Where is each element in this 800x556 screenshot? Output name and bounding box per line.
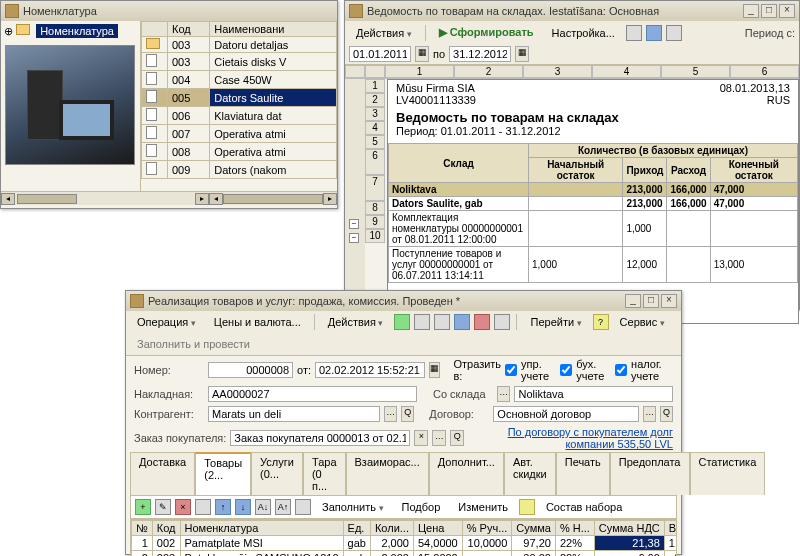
movedown-icon[interactable]: ↓ [235, 499, 251, 515]
edit-icon[interactable]: ✎ [155, 499, 171, 515]
help-icon[interactable]: ? [593, 314, 609, 330]
tool-icon[interactable] [626, 25, 642, 41]
col-n[interactable]: № [132, 521, 153, 536]
operation-menu[interactable]: Операция [130, 313, 203, 331]
table-row[interactable]: 2003Putekļusucēis SAMSUNG 1210aab2,00015… [132, 551, 678, 557]
open-icon[interactable]: Q [450, 430, 464, 446]
tab[interactable]: Тара (0 п... [303, 452, 346, 495]
table-row[interactable]: 006Klaviatura dat [142, 107, 337, 125]
tab[interactable]: Взаиморас... [346, 452, 429, 495]
table-row[interactable]: 003Datoru detaljas [142, 37, 337, 53]
open-icon[interactable]: Q [660, 406, 673, 422]
scroll-thumb2[interactable] [223, 194, 323, 204]
goto-menu[interactable]: Перейти [523, 313, 588, 331]
add-icon[interactable]: + [135, 499, 151, 515]
invoice-input[interactable] [208, 386, 417, 402]
collapse-button[interactable]: − [349, 219, 359, 229]
tool-icon[interactable] [474, 314, 490, 330]
tool-icon[interactable] [646, 25, 662, 41]
minimize-button[interactable]: _ [743, 4, 759, 18]
tool-icon[interactable] [195, 499, 211, 515]
close-button[interactable]: × [779, 4, 795, 18]
tool-icon[interactable] [434, 314, 450, 330]
items-grid[interactable]: № Код Номенклатура Ед. Коли... Цена % Ру… [131, 520, 677, 556]
col-unit[interactable]: Ед. [343, 521, 370, 536]
delete-icon[interactable]: × [175, 499, 191, 515]
contract-input[interactable] [493, 406, 639, 422]
col-qty[interactable]: Коли... [370, 521, 413, 536]
table-row[interactable]: 008Operativa atmi [142, 143, 337, 161]
moveup-icon[interactable]: ↑ [215, 499, 231, 515]
expand-icon[interactable]: ⊕ [4, 25, 13, 37]
number-input[interactable] [208, 362, 293, 378]
col-total[interactable]: Всег [664, 521, 677, 536]
scroll-left-icon[interactable]: ◂ [1, 193, 15, 205]
tab[interactable]: Печать [556, 452, 610, 495]
kit-icon[interactable] [519, 499, 535, 515]
prices-button[interactable]: Цены и валюта... [207, 313, 308, 331]
tool-icon[interactable] [414, 314, 430, 330]
change-button[interactable]: Изменить [451, 498, 515, 516]
col-code[interactable]: Код [168, 22, 210, 37]
contragent-input[interactable] [208, 406, 380, 422]
report-row[interactable]: Noliktava213,000166,00047,000 [389, 183, 798, 197]
select-icon[interactable]: … [643, 406, 656, 422]
select-icon[interactable]: … [497, 386, 511, 402]
settings-button[interactable]: Настройка... [545, 24, 622, 42]
service-menu[interactable]: Сервис [613, 313, 672, 331]
col-name[interactable]: Наименовани [210, 22, 337, 37]
form-button[interactable]: ▶ Сформировать [432, 23, 541, 42]
minimize-button[interactable]: _ [625, 294, 641, 308]
maximize-button[interactable]: □ [761, 4, 777, 18]
actions-menu[interactable]: Действия [321, 313, 391, 331]
scrollbar[interactable]: ◂ ▸ ◂ ▸ [1, 191, 337, 205]
tool-icon[interactable] [494, 314, 510, 330]
sort-desc-icon[interactable]: A↑ [275, 499, 291, 515]
date-to-input[interactable] [449, 46, 511, 62]
mgmt-checkbox[interactable] [505, 364, 517, 376]
tool-icon[interactable] [295, 499, 311, 515]
maximize-button[interactable]: □ [643, 294, 659, 308]
fill-post-button[interactable]: Заполнить и провести [130, 335, 257, 353]
col-price[interactable]: Цена [413, 521, 462, 536]
col-vat[interactable]: % Н... [555, 521, 594, 536]
tab[interactable]: Товары (2... [195, 452, 251, 495]
tab[interactable]: Предоплата [610, 452, 690, 495]
table-row[interactable]: 1002Pamatplate MSIgab2,00054,000010,0000… [132, 536, 678, 551]
scroll-right2-icon[interactable]: ▸ [323, 193, 337, 205]
warehouse-input[interactable] [514, 386, 673, 402]
col-man[interactable]: % Руч... [462, 521, 512, 536]
save-icon[interactable] [394, 314, 410, 330]
select-icon[interactable]: … [384, 406, 397, 422]
tree-row[interactable]: ⊕ Номенклатура [1, 21, 140, 41]
col-sum[interactable]: Сумма [512, 521, 556, 536]
close-button[interactable]: × [661, 294, 677, 308]
date-input[interactable] [315, 362, 425, 378]
kit-button[interactable]: Состав набора [539, 498, 629, 516]
open-icon[interactable]: Q [401, 406, 414, 422]
select-button[interactable]: Подбор [395, 498, 448, 516]
table-row[interactable]: 009Dators (nakom [142, 161, 337, 179]
report-row[interactable]: Поступление товаров и услуг 00000000001 … [389, 247, 798, 283]
tab[interactable]: Доставка [130, 452, 195, 495]
credit-link[interactable]: По договору с покупателем долг компании … [508, 426, 673, 450]
report-row[interactable]: Dators Saulite, gab213,000166,00047,000 [389, 197, 798, 211]
tab[interactable]: Статистика [690, 452, 766, 495]
scroll-right-icon[interactable]: ▸ [195, 193, 209, 205]
sort-asc-icon[interactable]: A↓ [255, 499, 271, 515]
col-vatsum[interactable]: Сумма НДС [594, 521, 664, 536]
tool-icon[interactable] [454, 314, 470, 330]
tab[interactable]: Услуги (0... [251, 452, 303, 495]
order-input[interactable] [230, 430, 410, 446]
scroll-left2-icon[interactable]: ◂ [209, 193, 223, 205]
tax-checkbox[interactable] [615, 364, 627, 376]
clear-icon[interactable]: × [414, 430, 428, 446]
tab[interactable]: Авт. скидки [504, 452, 556, 495]
date-from-input[interactable] [349, 46, 411, 62]
col-code[interactable]: Код [152, 521, 180, 536]
select-icon[interactable]: … [432, 430, 446, 446]
collapse-button[interactable]: − [349, 233, 359, 243]
date-picker-icon[interactable]: ▦ [515, 46, 529, 62]
col-nom[interactable]: Номенклатура [180, 521, 343, 536]
date-picker-icon[interactable]: ▦ [429, 362, 440, 378]
